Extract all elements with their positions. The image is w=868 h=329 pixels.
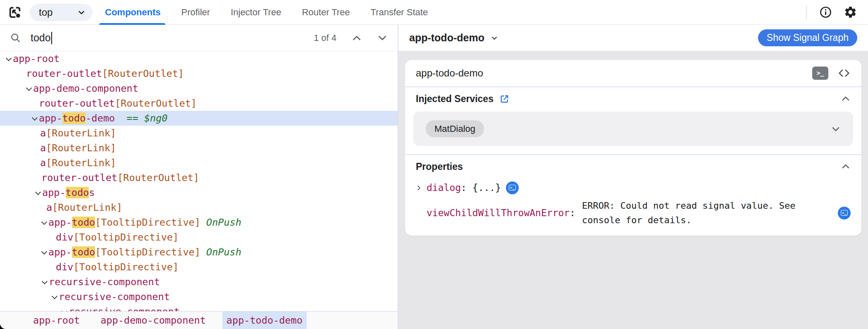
top-bar: top ComponentsProfilerInjector TreeRoute… — [0, 0, 868, 25]
tree-row[interactable]: recursive-component — [0, 289, 398, 304]
breadcrumb-item-app-root[interactable]: app-root — [29, 312, 84, 329]
tree-row[interactable]: div[TooltipDirective] — [0, 260, 398, 274]
tree-row[interactable]: app-root — [0, 51, 398, 66]
view-source-icon[interactable] — [837, 67, 851, 80]
tree-node-text: [RouterOutlet] — [115, 98, 197, 109]
property-value: : {...} — [461, 182, 501, 193]
expand-services-button[interactable] — [831, 124, 841, 134]
collapse-section-button[interactable] — [841, 162, 851, 172]
tree-row[interactable]: recursive-component — [0, 304, 398, 311]
tree-node-text: == — [115, 112, 144, 124]
selected-component-name: app-todo-demo — [409, 32, 484, 44]
service-chip-matdialog[interactable]: MatDialog — [426, 120, 484, 137]
tree-node-text: a — [40, 142, 46, 154]
collapse-section-button[interactable] — [841, 94, 851, 104]
chevron-down-icon[interactable] — [33, 185, 42, 200]
tree-node-text: recursive-component — [69, 306, 180, 311]
tree-node-text: [TooltipDirective] — [73, 261, 179, 273]
tree-node-text: [TooltipDirective] — [95, 217, 200, 228]
search-query: todo — [31, 32, 51, 44]
chevron-down-icon[interactable] — [30, 111, 39, 126]
tree-row[interactable]: app-todo-demo == $ng0 — [0, 111, 398, 126]
tree-row[interactable]: a[RouterLink] — [0, 200, 398, 215]
chevron-down-icon[interactable] — [40, 215, 48, 230]
tree-node-text: app-demo-component — [33, 83, 138, 94]
terminal-glyph: >_ — [509, 185, 516, 191]
tree-row[interactable]: div[TooltipDirective] — [0, 230, 398, 245]
property-name: dialog — [427, 182, 461, 193]
tree-node-text: [RouterLink] — [46, 157, 116, 169]
search-result-nav: 1 of 4 — [314, 33, 388, 43]
previous-match-button[interactable] — [351, 33, 362, 43]
component-search-bar: todo 1 of 4 — [0, 25, 398, 51]
tree-row[interactable]: router-outlet[RouterOutlet] — [0, 66, 398, 81]
tree-node-text: app-root — [13, 53, 60, 64]
breadcrumb-item-app-demo-component[interactable]: app-demo-component — [96, 312, 210, 329]
tree-row[interactable]: a[RouterLink] — [0, 126, 398, 141]
external-link-icon[interactable] — [499, 94, 510, 104]
log-to-console-icon[interactable]: >_ — [838, 207, 851, 219]
tree-node-text: [RouterLink] — [52, 202, 122, 213]
tree-node-text: [RouterLink] — [46, 142, 116, 154]
tab-router-tree[interactable]: Router Tree — [301, 0, 351, 24]
tree-node-text: app- — [39, 112, 62, 124]
card-header: app-todo-demo >_ — [405, 60, 861, 86]
search-input[interactable]: todo — [31, 32, 52, 44]
next-match-button[interactable] — [377, 33, 388, 43]
breadcrumb-item-app-todo-demo[interactable]: app-todo-demo — [222, 312, 307, 329]
expand-property-button[interactable] — [416, 185, 427, 191]
show-signal-graph-button[interactable]: Show Signal Graph — [758, 29, 857, 46]
injected-services-header: Injected Services — [405, 87, 861, 111]
chevron-down-icon[interactable] — [60, 304, 69, 311]
details-panel: app-todo-demo Show Signal Graph app-todo… — [398, 25, 868, 329]
tree-node-text: a — [46, 202, 52, 213]
tree-node-text: div — [56, 231, 73, 243]
tab-injector-tree[interactable]: Injector Tree — [230, 0, 282, 24]
component-picker-button[interactable] — [7, 4, 23, 21]
component-tree: app-rootrouter-outlet[RouterOutlet]app-d… — [0, 51, 398, 311]
tree-node-text: [TooltipDirective] — [95, 246, 200, 258]
tree-row[interactable]: a[RouterLink] — [0, 141, 398, 155]
search-match: todo — [72, 246, 95, 258]
tree-row[interactable]: router-outlet[RouterOutlet] — [0, 170, 398, 185]
tree-row[interactable]: app-todo[TooltipDirective] OnPush — [0, 215, 398, 230]
tree-row[interactable]: recursive-component — [0, 274, 398, 289]
chevron-down-icon[interactable] — [50, 289, 59, 304]
properties-header: Properties — [405, 155, 861, 179]
property-row-viewchildwillthrowanerror: viewChildWillThrowAnError:ERROR: Could n… — [416, 198, 851, 227]
tree-row[interactable]: app-todo[TooltipDirective] OnPush — [0, 245, 398, 260]
tree-row[interactable]: app-todos — [0, 185, 398, 200]
gear-icon[interactable] — [844, 5, 857, 19]
search-result-count: 1 of 4 — [314, 33, 336, 43]
tree-node-text: router-outlet — [41, 172, 117, 184]
chevron-down-icon[interactable] — [40, 274, 49, 289]
divider — [806, 5, 807, 19]
tree-row[interactable]: a[RouterLink] — [0, 155, 398, 170]
tree-row[interactable]: router-outlet[RouterOutlet] — [0, 96, 398, 111]
search-match: todo — [62, 112, 86, 124]
tree-row[interactable]: app-demo-component — [0, 81, 398, 96]
open-in-console-icon[interactable]: >_ — [812, 67, 828, 80]
tab-profiler[interactable]: Profiler — [180, 0, 211, 24]
chevron-down-icon[interactable] — [40, 245, 48, 260]
tree-node-text: $ng0 — [144, 112, 168, 124]
log-to-console-icon[interactable]: >_ — [506, 181, 519, 194]
tree-node-text: [RouterLink] — [46, 127, 116, 139]
chevron-down-icon[interactable] — [24, 81, 33, 96]
tree-node-text: a — [40, 157, 46, 169]
selected-component-dropdown[interactable]: app-todo-demo — [409, 32, 498, 44]
info-icon[interactable] — [819, 6, 832, 19]
tree-node-text: recursive-component — [49, 276, 160, 288]
tree-node-text: app- — [42, 187, 66, 198]
details-header: app-todo-demo Show Signal Graph — [398, 25, 868, 51]
chevron-down-icon — [490, 34, 498, 42]
tree-node-text: app- — [48, 217, 72, 228]
tab-transfer-state[interactable]: Transfer State — [370, 0, 429, 24]
tab-components[interactable]: Components — [104, 0, 161, 24]
property-value: ERROR: Could not read signal value. See … — [582, 198, 838, 227]
frame-selector[interactable]: top — [30, 4, 93, 21]
tree-node-text: div — [56, 261, 73, 273]
service-chips: MatDialog — [426, 120, 484, 137]
tree-node-text: app- — [48, 246, 72, 258]
chevron-down-icon[interactable] — [4, 51, 13, 66]
